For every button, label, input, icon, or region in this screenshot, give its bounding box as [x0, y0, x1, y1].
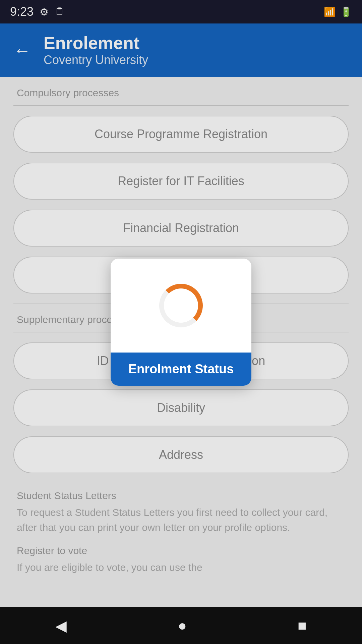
loading-overlay: Enrolment Status	[0, 0, 362, 644]
loading-card: Enrolment Status	[111, 259, 251, 386]
loading-spinner	[159, 284, 203, 327]
loading-card-title: Enrolment Status	[128, 362, 234, 376]
loading-card-body	[111, 259, 251, 353]
loading-card-footer: Enrolment Status	[111, 353, 251, 386]
